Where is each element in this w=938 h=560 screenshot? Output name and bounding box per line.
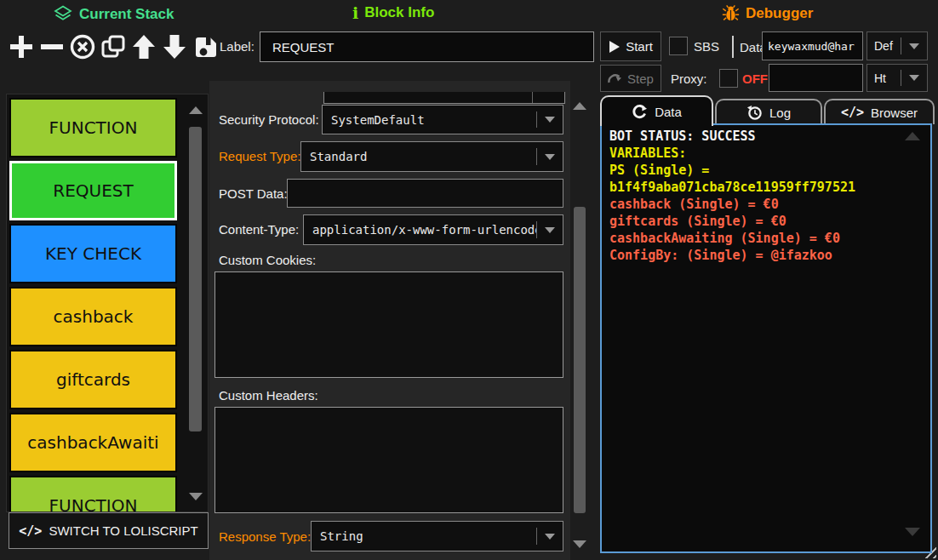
proxy-checkbox[interactable] xyxy=(719,69,738,88)
wordlist-type-combo[interactable]: Def xyxy=(867,31,928,60)
info-icon: i xyxy=(352,5,358,21)
scroll-thumb[interactable] xyxy=(574,207,586,513)
plus-icon xyxy=(7,31,36,62)
current-stack-header: Current Stack xyxy=(53,4,174,25)
request-type-combo[interactable]: Standard xyxy=(300,141,563,172)
sbs-label: SBS xyxy=(694,39,719,54)
log-line-giftcards: giftcards (Single) = €0 xyxy=(609,213,918,230)
layers-diamond-icon xyxy=(53,4,73,25)
custom-cookies-textarea[interactable] xyxy=(214,271,563,378)
scroll-down-icon[interactable] xyxy=(573,540,586,548)
block-settings-panel: Security Protocol: SystemDefault Request… xyxy=(209,81,570,560)
custom-headers-label: Custom Headers: xyxy=(219,388,318,403)
combo-separator xyxy=(532,92,533,103)
log-line-ps: PS (Single) = b1f4f9aba071cba78ce11959ff… xyxy=(609,162,918,196)
code-icon: </> xyxy=(19,523,42,539)
post-data-label: POST Data: xyxy=(219,186,288,201)
response-type-label: Response Type: xyxy=(219,529,311,544)
post-data-input[interactable] xyxy=(287,179,563,208)
form-scrollbar[interactable] xyxy=(570,94,589,560)
move-up-button[interactable] xyxy=(129,31,158,62)
bug-icon xyxy=(722,4,740,22)
stack-toolbar xyxy=(7,31,220,62)
log-line-bot-status: BOT STATUS: SUCCESS xyxy=(609,128,918,145)
tab-log[interactable]: Log xyxy=(715,99,822,124)
combo-separator xyxy=(901,70,901,86)
add-block-button[interactable] xyxy=(7,31,36,62)
scroll-down-icon[interactable] xyxy=(189,493,203,500)
clipped-combobox[interactable] xyxy=(323,92,565,104)
minus-icon xyxy=(37,31,66,62)
proxy-type-combo[interactable]: Ht xyxy=(867,64,928,92)
custom-cookies-label: Custom Cookies: xyxy=(219,253,316,267)
content-type-label: Content-Type: xyxy=(219,222,299,237)
security-protocol-value: SystemDefault xyxy=(323,113,536,127)
scroll-up-icon[interactable] xyxy=(573,102,586,110)
tab-browser-label: Browser xyxy=(871,106,918,120)
debugger-title: Debugger xyxy=(746,5,813,22)
openbullet-window: Current Stack i Block Info Debugger xyxy=(0,0,938,560)
response-type-combo[interactable]: String xyxy=(311,521,563,551)
security-protocol-label: Security Protocol: xyxy=(219,112,319,127)
step-arrow-icon xyxy=(608,72,622,84)
log-line-configby: ConfigBy: (Single) = @ifazkoo xyxy=(609,247,918,264)
save-stack-button[interactable] xyxy=(191,31,220,62)
tab-browser[interactable]: </> Browser xyxy=(824,99,935,124)
stack-block-keycheck[interactable]: KEY CHECK xyxy=(9,224,177,283)
code-icon: </> xyxy=(841,105,864,120)
data-input[interactable] xyxy=(762,31,863,60)
request-type-label: Request Type: xyxy=(219,149,300,163)
chevron-down-icon xyxy=(545,534,555,540)
block-label-input[interactable] xyxy=(260,31,594,62)
stack-block-cashbackawaiting[interactable]: cashbackAwaiti xyxy=(9,413,177,472)
response-type-value: String xyxy=(312,529,536,543)
custom-headers-textarea[interactable] xyxy=(214,407,563,513)
scroll-up-icon[interactable] xyxy=(189,106,203,114)
stack-block-giftcards[interactable]: giftcards xyxy=(9,350,177,409)
chevron-down-icon xyxy=(545,227,555,233)
log-line-variables: VARIABLES: xyxy=(609,145,918,162)
content-type-value: application/x-www-form-urlencoded xyxy=(304,223,536,237)
stack-panel: FUNCTION REQUEST KEY CHECK cashback gift… xyxy=(6,94,209,512)
switch-to-loliscript-button[interactable]: </> SWITCH TO LOLISCRIPT xyxy=(9,512,209,549)
debug-log: BOT STATUS: SUCCESS VARIABLES: PS (Singl… xyxy=(609,128,918,264)
log-line-cashbackawaiting: cashbackAwaiting (Single) = €0 xyxy=(609,230,918,247)
tab-data-label: Data xyxy=(655,105,682,119)
stack-scrollbar[interactable] xyxy=(182,94,208,511)
sbs-checkbox[interactable] xyxy=(669,37,688,55)
stack-block-function-2[interactable]: FUNCTION xyxy=(9,476,177,512)
tab-log-label: Log xyxy=(769,106,791,120)
stack-block-cashback[interactable]: cashback xyxy=(9,287,177,346)
divider xyxy=(732,36,734,58)
delete-block-button[interactable] xyxy=(68,31,97,62)
debugger-data-view[interactable]: BOT STATUS: SUCCESS VARIABLES: PS (Singl… xyxy=(600,123,932,553)
duplicate-block-button[interactable] xyxy=(99,31,128,62)
scroll-up-icon[interactable] xyxy=(905,132,920,140)
block-info-title: Block Info xyxy=(364,4,434,21)
remove-block-button[interactable] xyxy=(37,31,66,62)
log-line-cashback: cashback (Single) = €0 xyxy=(609,196,918,213)
proxy-status: OFF xyxy=(742,71,768,86)
scroll-down-icon[interactable] xyxy=(905,528,920,536)
proxy-input[interactable] xyxy=(769,64,863,92)
content-type-combo[interactable]: application/x-www-form-urlencoded xyxy=(303,214,563,245)
scroll-thumb[interactable] xyxy=(189,127,202,431)
label-caption: Label: xyxy=(220,39,255,54)
save-icon xyxy=(191,31,220,62)
start-label: Start xyxy=(626,39,653,54)
current-stack-title: Current Stack xyxy=(79,6,174,23)
block-info-header: i Block Info xyxy=(352,4,434,21)
tab-data[interactable]: Data xyxy=(600,95,713,126)
stack-block-request[interactable]: REQUEST xyxy=(9,161,177,220)
step-button[interactable]: Step xyxy=(600,65,661,92)
stack-block-function[interactable]: FUNCTION xyxy=(9,98,177,157)
security-protocol-combo[interactable]: SystemDefault xyxy=(322,105,563,134)
copy-icon xyxy=(99,31,128,62)
play-icon xyxy=(609,40,621,54)
arrow-up-icon xyxy=(129,31,158,62)
combo-separator xyxy=(536,148,537,165)
combo-separator xyxy=(901,37,901,54)
start-button[interactable]: Start xyxy=(600,31,661,61)
chevron-down-icon xyxy=(909,43,919,49)
move-down-button[interactable] xyxy=(160,31,189,62)
